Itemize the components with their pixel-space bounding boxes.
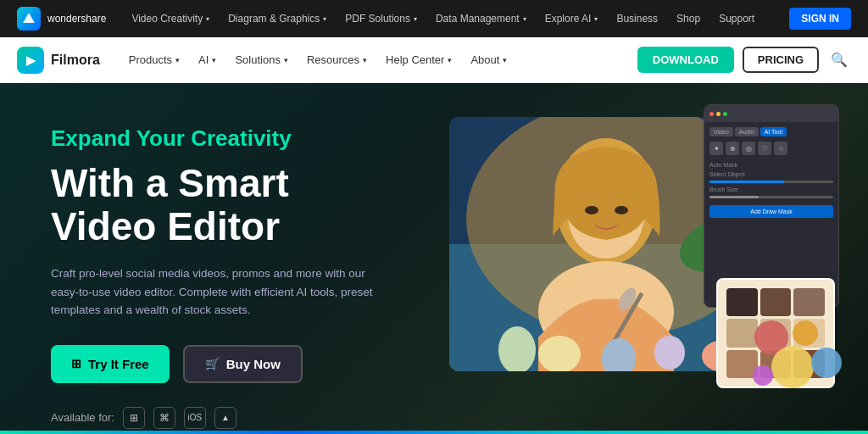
editor-toolbar: ✦ ⊕ ◎ ♡ ☆ [709, 142, 833, 155]
top-navigation: wondershare Video Creativity ▾ Diagram &… [0, 0, 868, 37]
svg-point-13 [538, 336, 581, 371]
sec-nav-about[interactable]: About ▾ [462, 48, 515, 71]
editor-tool-4: ♡ [758, 142, 771, 155]
minimize-dot [716, 112, 721, 116]
maximize-dot [723, 112, 727, 116]
opacity-slider[interactable] [709, 196, 833, 198]
editor-panel-content: Video Audio AI Tool ✦ ⊕ ◎ ♡ ☆ Auto Mask … [704, 122, 838, 223]
editor-tab-audio: Audio [735, 127, 759, 136]
hero-left-content: Expand Your Creativity With a SmartVideo… [0, 83, 424, 434]
hero-image-container: Video Audio AI Tool ✦ ⊕ ◎ ♡ ☆ Auto Mask … [424, 100, 831, 414]
windows-platform-icon: ⊞ [123, 407, 145, 429]
sec-nav-products[interactable]: Products ▾ [120, 48, 188, 71]
top-nav-business[interactable]: Business [608, 9, 666, 28]
editor-auto-mask-label: Auto Mask [709, 162, 833, 168]
sign-in-button[interactable]: SIGN IN [789, 8, 851, 30]
sec-nav-resources[interactable]: Resources ▾ [298, 48, 376, 71]
android-platform-icon: ▲ [214, 407, 236, 429]
sec-nav-help-center[interactable]: Help Center ▾ [377, 48, 460, 71]
chevron-down-icon: ▾ [523, 15, 526, 23]
secondary-navigation: ▶ Filmora Products ▾ AI ▾ Solutions ▾ Re… [0, 37, 868, 83]
top-nav-shop[interactable]: Shop [668, 9, 709, 28]
add-draw-mask-button[interactable]: Add Draw Mask [709, 205, 833, 218]
chevron-down-icon: ▾ [175, 56, 180, 64]
top-nav-explore-ai[interactable]: Explore AI ▾ [537, 9, 607, 28]
brush-size-slider[interactable] [709, 181, 833, 183]
filmora-brand-name: Filmora [51, 53, 100, 68]
editor-select-object-label: Select Object [709, 171, 833, 177]
mac-platform-icon: ⌘ [153, 407, 175, 429]
hero-right-visual: Video Audio AI Tool ✦ ⊕ ◎ ♡ ☆ Auto Mask … [424, 83, 868, 434]
opacity-slider-fill [709, 196, 759, 198]
chevron-down-icon: ▾ [212, 56, 216, 64]
svg-point-19 [771, 346, 814, 388]
editor-tabs: Video Audio AI Tool [709, 127, 833, 136]
top-nav-support[interactable]: Support [710, 9, 763, 28]
top-nav-diagram-graphics[interactable]: Diagram & Graphics ▾ [220, 9, 335, 28]
hero-description: Craft pro-level social media videos, pro… [51, 264, 373, 320]
top-nav-video-creativity[interactable]: Video Creativity ▾ [123, 9, 218, 28]
cart-icon: 🛒 [205, 357, 220, 370]
windows-icon: ⊞ [71, 357, 81, 370]
editor-tool-5: ☆ [774, 142, 787, 155]
wondershare-logo[interactable]: wondershare [17, 7, 106, 31]
svg-point-20 [811, 348, 842, 378]
editor-tool-3: ◎ [742, 142, 755, 155]
chevron-down-icon: ▾ [503, 56, 507, 64]
available-for-section: Available for: ⊞ ⌘ iOS ▲ [51, 407, 381, 429]
editor-brush-label: Brush Size [709, 186, 833, 192]
hero-section: Expand Your Creativity With a SmartVideo… [0, 83, 868, 434]
svg-point-21 [753, 365, 773, 386]
top-nav-pdf-solutions[interactable]: PDF Solutions ▾ [337, 9, 426, 28]
filmora-logo[interactable]: ▶ Filmora [17, 47, 100, 74]
sec-nav-solutions[interactable]: Solutions ▾ [226, 48, 296, 71]
try-it-free-button[interactable]: ⊞ Try It Free [51, 345, 170, 383]
close-dot [709, 112, 714, 116]
hero-tagline: Expand Your Creativity [51, 125, 381, 152]
chevron-down-icon: ▾ [284, 56, 288, 64]
top-nav-data-management[interactable]: Data Management ▾ [427, 9, 535, 28]
svg-point-15 [654, 336, 685, 370]
svg-point-6 [585, 206, 598, 214]
svg-point-14 [602, 338, 636, 371]
decorative-circles [746, 312, 848, 397]
svg-point-12 [498, 326, 536, 371]
hero-buttons: ⊞ Try It Free 🛒 Buy Now [51, 345, 381, 383]
pricing-button[interactable]: PRICING [743, 47, 819, 73]
wondershare-logo-icon [17, 7, 41, 31]
top-nav-items: Video Creativity ▾ Diagram & Graphics ▾ … [123, 9, 786, 28]
editor-overlay-panel: Video Audio AI Tool ✦ ⊕ ◎ ♡ ☆ Auto Mask … [704, 104, 839, 308]
editor-tab-ai: AI Tool [760, 127, 787, 136]
hero-title: With a SmartVideo Editor [51, 162, 381, 248]
chevron-down-icon: ▾ [363, 56, 367, 64]
chevron-down-icon: ▾ [206, 15, 209, 23]
editor-tool-1: ✦ [709, 142, 723, 155]
editor-top-bar [704, 105, 838, 122]
search-icon: 🔍 [831, 53, 848, 67]
secondary-nav-right: DOWNLOAD PRICING 🔍 [637, 47, 851, 73]
filmora-logo-icon: ▶ [17, 47, 44, 74]
buy-now-button[interactable]: 🛒 Buy Now [183, 345, 303, 383]
chevron-down-icon: ▾ [594, 15, 598, 23]
svg-point-18 [793, 320, 818, 346]
available-label: Available for: [51, 411, 114, 424]
sec-nav-ai[interactable]: AI ▾ [190, 48, 225, 71]
wondershare-logo-text: wondershare [47, 13, 106, 25]
chevron-down-icon: ▾ [323, 15, 326, 23]
editor-tab-video: Video [709, 127, 733, 136]
download-button[interactable]: DOWNLOAD [637, 47, 734, 73]
editor-tool-2: ⊕ [726, 142, 739, 155]
chevron-down-icon: ▾ [414, 15, 417, 23]
search-button[interactable]: 🔍 [827, 48, 851, 71]
chevron-down-icon: ▾ [448, 56, 452, 64]
ios-platform-icon: iOS [184, 407, 206, 429]
svg-point-7 [615, 206, 628, 214]
secondary-nav-items: Products ▾ AI ▾ Solutions ▾ Resources ▾ … [120, 48, 634, 71]
slider-fill [709, 181, 784, 183]
